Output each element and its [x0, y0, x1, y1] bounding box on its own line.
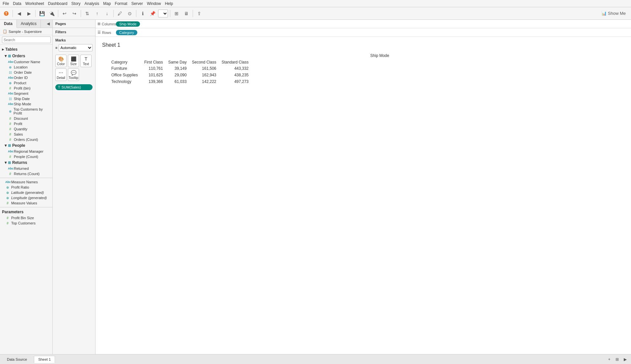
sort-asc-button[interactable]: ↑ [93, 9, 101, 18]
field-measure-values[interactable]: # Measure Values [0, 200, 52, 206]
marks-tooltip-button[interactable]: 💬 Tooltip [68, 68, 79, 81]
field-profit-bin-size[interactable]: # Profit Bin Size [0, 215, 52, 221]
measure-values-type-icon: # [5, 201, 10, 205]
pages-section: Pages [53, 20, 95, 28]
field-ship-date[interactable]: ☷ Ship Date [0, 96, 52, 101]
field-longitude-generated[interactable]: ⊛ Longitude (generated) [0, 195, 52, 200]
field-top-customers[interactable]: ⊕ Top Customers by Profit [0, 107, 52, 116]
orders-label: Orders [12, 54, 25, 58]
field-segment[interactable]: Abc Segment [0, 91, 52, 96]
field-returns-count[interactable]: # Returns (Count) [0, 171, 52, 176]
menu-server[interactable]: Server [131, 1, 143, 6]
undo-button[interactable]: ↩ [60, 9, 69, 18]
text-icon: T [85, 56, 88, 62]
people-label: People [12, 143, 25, 148]
top-customers-label: Top Customers by Profit [14, 107, 50, 115]
field-measure-names[interactable]: Abc Measure Names [0, 179, 52, 185]
tab-analytics[interactable]: Analytics [17, 20, 41, 28]
canvas-area: Sheet 1 Ship Mode Category First Class S… [96, 37, 631, 354]
menu-analysis[interactable]: Analysis [85, 1, 99, 6]
field-sales[interactable]: # Sales [0, 132, 52, 137]
tab-sheet1[interactable]: Sheet 1 [34, 356, 55, 363]
search-input[interactable] [2, 37, 51, 43]
field-location[interactable]: ⊕ Location [0, 65, 52, 70]
data-source-row[interactable]: 📋 Sample - Superstore [0, 28, 52, 35]
present-button[interactable]: ⊞ [172, 9, 181, 18]
measure-names-type-icon: Abc [5, 180, 10, 184]
field-customer-name[interactable]: Abc Customer Name [0, 59, 52, 65]
new-datasource-button[interactable]: 🔌 [47, 9, 56, 18]
field-regional-manager[interactable]: Abc Regional Manager [0, 149, 52, 154]
menu-worksheet[interactable]: Worksheet [25, 1, 44, 6]
marks-type-select[interactable]: Automatic Bar Line Area Circle Square Sh… [59, 44, 93, 51]
lasso-button[interactable]: ⊙ [125, 9, 134, 18]
field-profit-ratio[interactable]: ⊛ Profit Ratio [0, 185, 52, 190]
tab-data[interactable]: Data [0, 20, 17, 28]
marks-color-button[interactable]: 🎨 Color [55, 55, 67, 67]
field-top-customers-param[interactable]: # Top Customers [0, 221, 52, 226]
field-returned[interactable]: Abc Returned [0, 166, 52, 171]
second-class-cell: 142,222 [189, 78, 219, 85]
present-icon[interactable]: ▶ [622, 356, 628, 363]
add-sheet-icon[interactable]: + [606, 356, 613, 363]
menu-story[interactable]: Story [71, 1, 81, 6]
menu-data[interactable]: Data [13, 1, 21, 6]
pin-button[interactable]: 📌 [148, 9, 157, 18]
field-latitude-generated[interactable]: ⊛ Latitude (generated) [0, 190, 52, 195]
field-orders-count[interactable]: # Orders (Count) [0, 137, 52, 142]
columns-icon: ⊞ [97, 22, 100, 26]
standard-select[interactable]: Standard [158, 10, 168, 17]
show-me-button[interactable]: 📊 Show Me [598, 10, 629, 17]
field-order-id[interactable]: Abc Order ID [0, 75, 52, 80]
save-button[interactable]: 💾 [38, 9, 46, 18]
col-first-class: First Class [142, 59, 166, 65]
marks-text-button[interactable]: T Text [80, 55, 92, 67]
sum-sales-pill[interactable]: T SUM(Sales) [55, 84, 93, 90]
forward-button[interactable]: ▶ [25, 9, 33, 18]
field-profit[interactable]: # Profit [0, 121, 52, 126]
device-button[interactable]: 🖥 [182, 9, 191, 18]
columns-ship-mode-pill[interactable]: Ship Mode [116, 21, 140, 27]
data-table-container: Ship Mode Category First Class Same Day … [102, 53, 624, 85]
marks-title: Marks [53, 38, 95, 43]
top-customers-param-type-icon: # [5, 221, 10, 225]
people-count-label: People (Count) [14, 155, 38, 159]
marks-size-button[interactable]: ⬛ Size [68, 55, 79, 67]
menu-format[interactable]: Format [115, 1, 127, 6]
swap-button[interactable]: ⇅ [83, 9, 92, 18]
separator-5 [113, 10, 114, 17]
field-people-count[interactable]: # People (Count) [0, 154, 52, 159]
field-product[interactable]: ⊕ Product [0, 80, 52, 86]
color-icon: 🎨 [58, 56, 64, 62]
menu-dashboard[interactable]: Dashboard [48, 1, 68, 6]
marks-detail-button[interactable]: ⋯ Detail [55, 68, 67, 81]
menu-map[interactable]: Map [103, 1, 111, 6]
orders-header[interactable]: ▾ ⊞ Orders [0, 53, 52, 59]
back-button[interactable]: ◀ [15, 9, 23, 18]
redo-button[interactable]: ↪ [70, 9, 79, 18]
returns-header[interactable]: ▾ ⊞ Returns [0, 159, 52, 166]
parameters-header[interactable]: Parameters [0, 209, 52, 215]
tab-data-source[interactable]: Data Source [3, 356, 31, 363]
share-button[interactable]: ⇪ [195, 9, 204, 18]
people-header[interactable]: ▾ ⊞ People [0, 142, 52, 149]
duplicate-sheet-icon[interactable]: ⊞ [614, 356, 620, 363]
tooltip-button[interactable]: ℹ [138, 9, 147, 18]
rows-category-pill[interactable]: Category [116, 30, 137, 35]
profit-ratio-label: Profit Ratio [11, 185, 29, 189]
tables-header[interactable]: Tables [0, 46, 52, 53]
menu-help[interactable]: Help [165, 1, 173, 6]
field-ship-mode[interactable]: Abc Ship Mode [0, 101, 52, 107]
field-order-date[interactable]: ☷ Order Date [0, 70, 52, 75]
longitude-type-icon: ⊛ [5, 196, 10, 200]
measure-values-label: Measure Values [11, 201, 37, 205]
menu-file[interactable]: File [3, 1, 9, 6]
panel-collapse-button[interactable]: ◀ [44, 20, 52, 28]
field-quantity[interactable]: # Quantity [0, 126, 52, 132]
highlight-button[interactable]: 🖊 [116, 9, 124, 18]
menu-window[interactable]: Window [147, 1, 161, 6]
returns-count-type-icon: # [8, 172, 13, 176]
field-discount[interactable]: # Discount [0, 116, 52, 121]
field-profit-bin[interactable]: # Profit (bin) [0, 86, 52, 91]
sort-desc-button[interactable]: ↓ [103, 9, 111, 18]
